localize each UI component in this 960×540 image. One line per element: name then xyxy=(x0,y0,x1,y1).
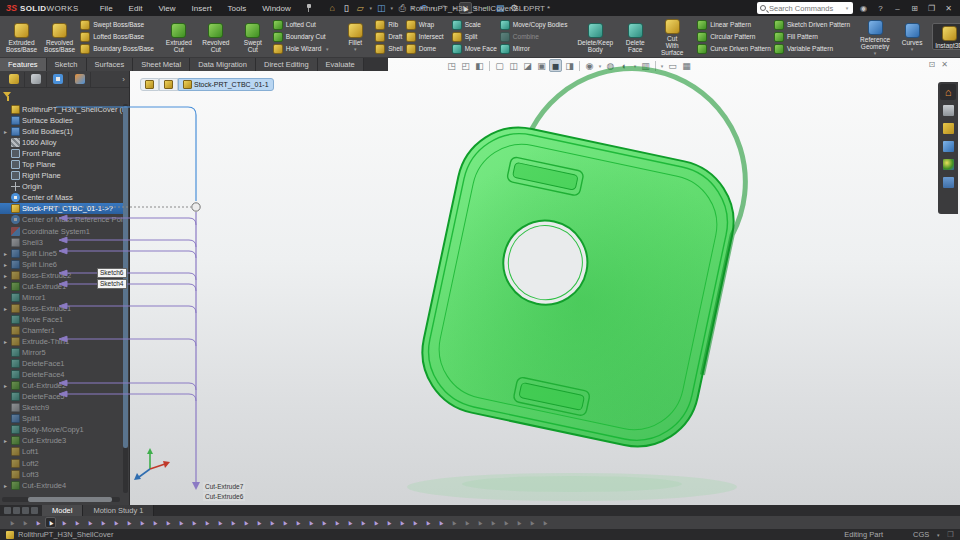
rib-button[interactable]: Rib xyxy=(375,20,402,30)
tree-item[interactable]: RollthruPT_H3N_ShellCover (Default) << xyxy=(0,104,123,115)
pin-menu-icon[interactable] xyxy=(304,4,312,12)
tree-item[interactable]: Surface Bodies xyxy=(0,115,123,126)
tree-item[interactable]: Center of Mass Reference Point1 xyxy=(0,214,123,225)
macro-tool-icon[interactable]: ▲ xyxy=(331,517,342,528)
apply-scene-icon-caret[interactable]: ▾ xyxy=(632,63,638,69)
configurationmanager-tab[interactable] xyxy=(47,72,69,87)
cut-with-surface-button[interactable]: Cut With Surface xyxy=(655,17,689,56)
tree-item[interactable]: Chamfer1 xyxy=(0,325,123,336)
macro-tool-icon[interactable]: ▲ xyxy=(201,517,212,528)
tree-item[interactable]: Loft2 xyxy=(0,458,123,469)
tree-item[interactable]: 1060 Alloy xyxy=(0,137,123,148)
expand-arrow-icon[interactable]: ▸ xyxy=(2,305,9,312)
expand-arrow-icon[interactable]: ▸ xyxy=(2,272,9,279)
tab-data-migration[interactable]: Data Migration xyxy=(190,58,256,71)
redo-icon-caret[interactable]: ▾ xyxy=(452,5,458,11)
new-document-icon[interactable]: ▯ xyxy=(340,2,353,14)
expand-arrow-icon[interactable]: ▸ xyxy=(2,250,9,257)
expand-arrow-icon[interactable]: ▸ xyxy=(2,283,9,290)
open-icon[interactable]: ▱ xyxy=(354,2,367,14)
edit-appearance-icon[interactable]: ◍ xyxy=(604,59,617,72)
instant3d-button[interactable]: Instant3D xyxy=(932,23,960,50)
macro-tool-icon[interactable]: ▲ xyxy=(318,517,329,528)
undo-icon[interactable]: ↶ xyxy=(417,2,430,14)
curve-driven-pattern-button[interactable]: Curve Driven Pattern xyxy=(697,44,771,54)
view-palette-icon[interactable] xyxy=(940,138,956,154)
tree-item[interactable]: DeleteFace5 xyxy=(0,391,123,402)
tree-item[interactable]: DeleteFace4 xyxy=(0,369,123,380)
file-explorer-icon[interactable] xyxy=(940,120,956,136)
appearances-scenes-icon[interactable] xyxy=(940,156,956,172)
ribbon-collapse-icon[interactable]: ⌃ xyxy=(948,46,954,54)
bottom-tab-model[interactable]: Model xyxy=(42,505,83,516)
macro-tool-icon[interactable]: ▲ xyxy=(526,517,537,528)
macro-tool-icon[interactable]: ▲ xyxy=(435,517,446,528)
menu-window[interactable]: Window xyxy=(255,3,297,14)
macro-tool-icon[interactable]: ▲ xyxy=(487,517,498,528)
featuremanager-tree-tab[interactable] xyxy=(3,72,25,87)
macro-tool-icon[interactable]: ▲ xyxy=(84,517,95,528)
macro-tool-icon[interactable]: ▲ xyxy=(162,517,173,528)
tree-item[interactable]: Split1 xyxy=(0,413,123,424)
tree-item[interactable]: ▸Solid Bodies(1) xyxy=(0,126,123,137)
reference-geometry-button[interactable]: Reference Geometry▾ xyxy=(858,18,892,56)
swept-cut-button[interactable]: Swept Cut xyxy=(236,21,270,53)
tab-evaluate[interactable]: Evaluate xyxy=(318,58,364,71)
tree-item[interactable]: Right Plane xyxy=(0,170,123,181)
macro-tool-icon[interactable]: ▲ xyxy=(58,517,69,528)
pane-split-icons[interactable] xyxy=(0,505,42,516)
macro-tool-icon[interactable]: ▲ xyxy=(539,517,550,528)
macro-tool-icon[interactable]: ▲ xyxy=(461,517,472,528)
hide-show-items-icon[interactable]: ◉ xyxy=(583,59,596,72)
breadcrumb-feature-2[interactable] xyxy=(159,78,178,91)
circular-pattern-button[interactable]: Circular Pattern xyxy=(697,32,771,42)
redo-icon[interactable]: ↷ xyxy=(438,2,451,14)
macro-tool-icon[interactable]: ▲ xyxy=(344,517,355,528)
tree-item[interactable]: Top Plane xyxy=(0,159,123,170)
viewport-pane-icon[interactable]: ⊡ xyxy=(929,60,936,69)
macro-tool-icon[interactable]: ▲ xyxy=(227,517,238,528)
macro-tool-icon[interactable]: ▲ xyxy=(149,517,160,528)
traffic-light-icon[interactable]: ◦ xyxy=(480,2,493,14)
macro-tool-icon[interactable]: ▲ xyxy=(292,517,303,528)
hidden-lines-visible-icon[interactable]: ◫ xyxy=(507,59,520,72)
single-view-icon[interactable]: ▭ xyxy=(666,59,679,72)
print-icon[interactable]: ⎙ xyxy=(396,2,409,14)
macro-tool-icon[interactable]: ▲ xyxy=(474,517,485,528)
macro-tool-icon[interactable]: ▲ xyxy=(266,517,277,528)
macro-tool-icon[interactable]: ▲ xyxy=(175,517,186,528)
home-icon[interactable]: ⌂ xyxy=(326,2,339,14)
bottom-tab-motion-study-1[interactable]: Motion Study 1 xyxy=(83,505,154,516)
select-cursor-icon[interactable]: ▲ xyxy=(459,2,472,14)
tab-icon[interactable]: ⊞ xyxy=(907,2,922,15)
macro-tool-icon[interactable]: ▲ xyxy=(110,517,121,528)
curves-button[interactable]: Curves▾ xyxy=(895,21,929,52)
propertymanager-tab[interactable] xyxy=(25,72,47,87)
macro-tool-icon[interactable]: ▲ xyxy=(253,517,264,528)
revolved-cut-button[interactable]: Revolved Cut xyxy=(199,21,233,53)
shaded-with-edges-icon[interactable]: ▣ xyxy=(535,59,548,72)
viewport-close-icon[interactable]: ✕ xyxy=(941,60,948,69)
expand-arrow-icon[interactable]: ▸ xyxy=(2,482,9,489)
tree-item[interactable]: Sketch9 xyxy=(0,402,123,413)
macro-tool-icon[interactable]: ▲ xyxy=(357,517,368,528)
menu-view[interactable]: View xyxy=(151,3,182,14)
fillet-icon-caret[interactable]: ▾ xyxy=(352,46,358,52)
expand-arrow-icon[interactable]: ▸ xyxy=(2,338,9,345)
print-icon-caret[interactable]: ▾ xyxy=(410,5,416,11)
section-view-icon[interactable]: ◧ xyxy=(473,59,486,72)
options-gear-icon-caret[interactable]: ▾ xyxy=(522,5,528,11)
macro-tool-icon[interactable]: ▲ xyxy=(45,517,56,528)
menu-tools[interactable]: Tools xyxy=(221,3,254,14)
tree-item[interactable]: Body-Move/Copy1 xyxy=(0,424,123,435)
wrap-button[interactable]: Wrap xyxy=(406,20,444,30)
swept-boss-button[interactable]: Swept Boss/Base xyxy=(80,20,154,30)
graphics-viewport[interactable]: ◳◰◧▢◫◪▣◼◨◉▾◍◐▾▥▾▭▦ ⊡ ✕ Stock-PRT_CTBC_01… xyxy=(130,58,960,505)
tab-sketch[interactable]: Sketch xyxy=(47,58,87,71)
apply-scene-icon[interactable]: ◐ xyxy=(618,59,631,72)
macro-tool-icon[interactable]: ▲ xyxy=(97,517,108,528)
draft-button[interactable]: Draft xyxy=(375,32,402,42)
tree-item[interactable]: ▸Boss-Extrude1 xyxy=(0,303,123,314)
status-tab-icon[interactable]: ❒ xyxy=(947,530,954,539)
macro-tool-icon[interactable]: ▲ xyxy=(240,517,251,528)
